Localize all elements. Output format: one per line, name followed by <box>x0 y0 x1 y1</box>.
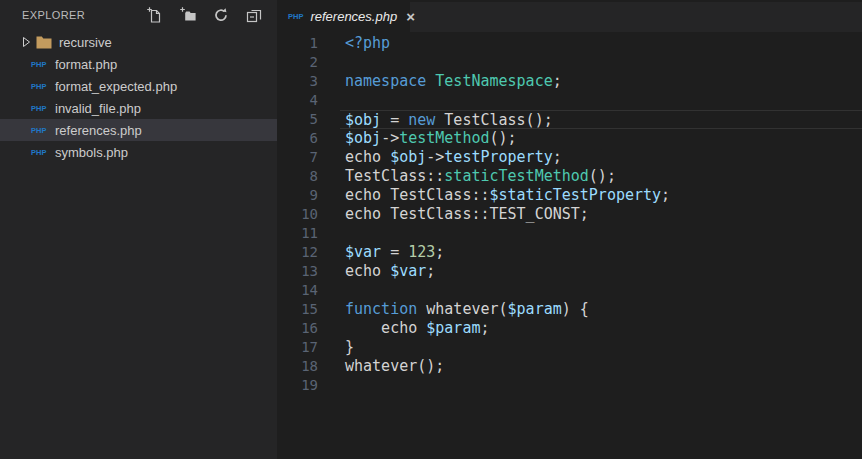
code-line-9[interactable]: 9echo TestClass::$staticTestProperty; <box>277 186 862 205</box>
code-line-17[interactable]: 17} <box>277 338 862 357</box>
token-plain: echo <box>345 262 390 280</box>
line-number: 14 <box>277 281 318 300</box>
token-plain: echo TestClass:: <box>345 186 490 204</box>
code-editor[interactable]: 1<?php23namespace TestNamespace;45$obj =… <box>277 32 862 459</box>
code-line-11[interactable]: 11 <box>277 224 862 243</box>
tree-file-invalid_file-php[interactable]: PHPinvalid_file.php <box>0 97 277 119</box>
code-line-2[interactable]: 2 <box>277 53 862 72</box>
token-kw: new <box>408 111 435 129</box>
token-type: TestNamespace <box>435 72 552 90</box>
line-number: 16 <box>277 319 318 338</box>
token-plain: = <box>381 243 408 261</box>
code-text: echo $param; <box>340 319 862 338</box>
code-line-14[interactable]: 14 <box>277 281 862 300</box>
code-line-15[interactable]: 15function whatever($param) { <box>277 300 862 319</box>
token-var: $param <box>508 300 562 318</box>
tab-bar: PHP references.php × <box>277 0 862 32</box>
php-file-icon: PHP <box>31 126 50 135</box>
code-line-16[interactable]: 16 echo $param; <box>277 319 862 338</box>
explorer-title: EXPLORER <box>22 9 147 21</box>
php-file-icon: PHP <box>31 148 50 157</box>
token-plain: whatever(); <box>345 357 444 375</box>
code-text: TestClass::staticTestMethod(); <box>340 167 862 186</box>
line-number: 2 <box>277 53 318 72</box>
tree-file-symbols-php[interactable]: PHPsymbols.php <box>0 141 277 163</box>
refresh-icon[interactable] <box>213 7 229 23</box>
code-text: namespace TestNamespace; <box>340 72 862 91</box>
php-file-icon: PHP <box>31 82 50 91</box>
code-line-13[interactable]: 13echo $var; <box>277 262 862 281</box>
token-kw: <?php <box>345 34 390 52</box>
token-var: $obj <box>345 129 381 147</box>
token-kw: function <box>345 300 417 318</box>
code-text: $obj = new TestClass(); <box>340 110 862 129</box>
token-var: $var <box>345 243 381 261</box>
item-label: symbols.php <box>55 145 128 160</box>
code-line-1[interactable]: 1<?php <box>277 34 862 53</box>
token-plain: ; <box>435 243 444 261</box>
line-number: 3 <box>277 72 318 91</box>
code-text: $var = 123; <box>340 243 862 262</box>
code-line-18[interactable]: 18whatever(); <box>277 357 862 376</box>
item-label: format_expected.php <box>55 79 177 94</box>
token-var: $obj <box>390 148 426 166</box>
token-plain: ) { <box>562 300 589 318</box>
token-type: testMethod <box>399 129 489 147</box>
code-line-12[interactable]: 12$var = 123; <box>277 243 862 262</box>
item-label: recursive <box>59 35 112 50</box>
editor-area: PHP references.php × 1<?php23namespace T… <box>277 0 862 459</box>
code-line-6[interactable]: 6$obj->testMethod(); <box>277 129 862 148</box>
code-line-4[interactable]: 4 <box>277 91 862 110</box>
php-file-icon: PHP <box>31 104 50 113</box>
code-line-3[interactable]: 3namespace TestNamespace; <box>277 72 862 91</box>
token-plain: = <box>381 111 408 129</box>
code-text <box>340 53 862 72</box>
token-var: $param <box>426 319 480 337</box>
code-line-7[interactable]: 7echo $obj->testProperty; <box>277 148 862 167</box>
line-number: 7 <box>277 148 318 167</box>
new-folder-icon[interactable] <box>180 7 196 23</box>
token-plain: } <box>345 338 354 356</box>
chevron-right-icon[interactable] <box>21 36 31 48</box>
vscode-window: EXPLORER <box>0 0 862 459</box>
php-file-icon: PHP <box>288 12 303 21</box>
code-text <box>340 224 862 243</box>
code-text: echo $obj->testProperty; <box>340 148 862 167</box>
token-var: $staticTestProperty <box>490 186 662 204</box>
new-file-icon[interactable] <box>147 7 163 23</box>
token-var: $var <box>390 262 426 280</box>
token-var: testProperty <box>444 148 552 166</box>
code-text: echo TestClass::TEST_CONST; <box>340 205 862 224</box>
tab-references-php[interactable]: PHP references.php × <box>277 0 410 32</box>
code-text: } <box>340 338 862 357</box>
collapse-all-icon[interactable] <box>246 7 262 23</box>
line-number: 4 <box>277 91 318 110</box>
code-line-5[interactable]: 5$obj = new TestClass(); <box>277 110 862 129</box>
line-number: 15 <box>277 300 318 319</box>
tree-folder-recursive[interactable]: recursive <box>0 31 277 53</box>
line-number: 13 <box>277 262 318 281</box>
explorer-actions <box>147 7 262 23</box>
code-line-8[interactable]: 8TestClass::staticTestMethod(); <box>277 167 862 186</box>
token-plain: echo TestClass::TEST_CONST; <box>345 205 589 223</box>
explorer-header: EXPLORER <box>0 0 277 29</box>
token-plain: ; <box>480 319 489 337</box>
token-plain: ; <box>553 148 562 166</box>
token-type: staticTestMethod <box>444 167 589 185</box>
token-plain <box>426 72 435 90</box>
token-kw: namespace <box>345 72 426 90</box>
line-number: 19 <box>277 376 318 395</box>
code-line-10[interactable]: 10echo TestClass::TEST_CONST; <box>277 205 862 224</box>
line-number: 11 <box>277 224 318 243</box>
tree-file-references-php[interactable]: PHPreferences.php <box>0 119 277 141</box>
code-text: function whatever($param) { <box>340 300 862 319</box>
token-plain: TestClass:: <box>345 167 444 185</box>
tree-file-format_expected-php[interactable]: PHPformat_expected.php <box>0 75 277 97</box>
code-text: $obj->testMethod(); <box>340 129 862 148</box>
close-icon[interactable]: × <box>404 9 417 24</box>
code-line-19[interactable]: 19 <box>277 376 862 395</box>
token-plain: echo <box>345 148 390 166</box>
tree-file-format-php[interactable]: PHPformat.php <box>0 53 277 75</box>
token-num: 123 <box>408 243 435 261</box>
token-plain: ; <box>553 72 562 90</box>
